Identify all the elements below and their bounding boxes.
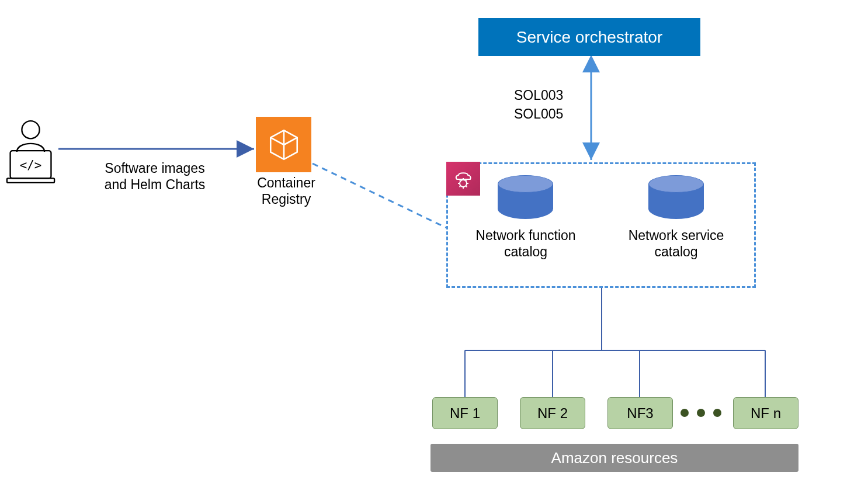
amazon-resources-label: Amazon resources [551,449,678,467]
container-registry-icon [256,117,311,172]
svg-text:</>: </> [20,158,42,172]
svg-rect-12 [7,178,54,183]
service-orchestrator-box: Service orchestrator [478,18,700,56]
ns-catalog-cylinder-icon [648,175,704,219]
nf-box-n: NF n [733,397,798,429]
protocol-label-2: SOL005 [514,106,563,123]
nf-label-n: NF n [751,405,781,422]
nf-catalog-cylinder-icon [498,175,553,219]
user-caption: Software images and Helm Charts [102,161,207,193]
nf-label-1: NF 1 [450,405,480,422]
ns-catalog-label: Network service catalog [616,228,736,260]
nf-box-1: NF 1 [432,397,498,429]
service-orchestrator-label: Service orchestrator [516,28,663,47]
svg-line-1 [313,163,446,228]
nf-box-3: NF3 [607,397,673,429]
svg-point-14 [460,180,467,187]
svg-point-10 [22,121,39,138]
nf-label-2: NF 2 [537,405,568,422]
user-icon: </> [6,117,55,187]
amazon-resources-bar: Amazon resources [430,444,798,472]
nf-box-2: NF 2 [520,397,585,429]
protocol-label-1: SOL003 [514,88,563,104]
catalog-group [446,162,756,288]
service-registry-icon [446,162,480,196]
registry-caption: Container Registry [245,175,327,207]
nf-catalog-label: Network function catalog [467,228,584,260]
ellipsis-icon [680,409,721,417]
nf-label-3: NF3 [627,405,653,422]
